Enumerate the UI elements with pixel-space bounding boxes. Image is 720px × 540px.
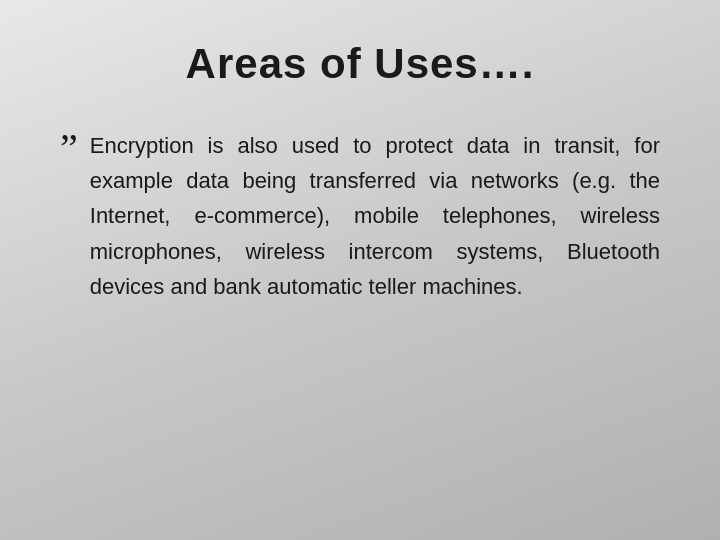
slide-container: Areas of Uses…. ” Encryption is also use…	[0, 0, 720, 540]
bullet-mark: ”	[60, 124, 78, 172]
bullet-body-text: Encryption is also used to protect data …	[90, 128, 660, 304]
bullet-section: ” Encryption is also used to protect dat…	[60, 128, 660, 304]
slide-title: Areas of Uses….	[60, 40, 660, 88]
